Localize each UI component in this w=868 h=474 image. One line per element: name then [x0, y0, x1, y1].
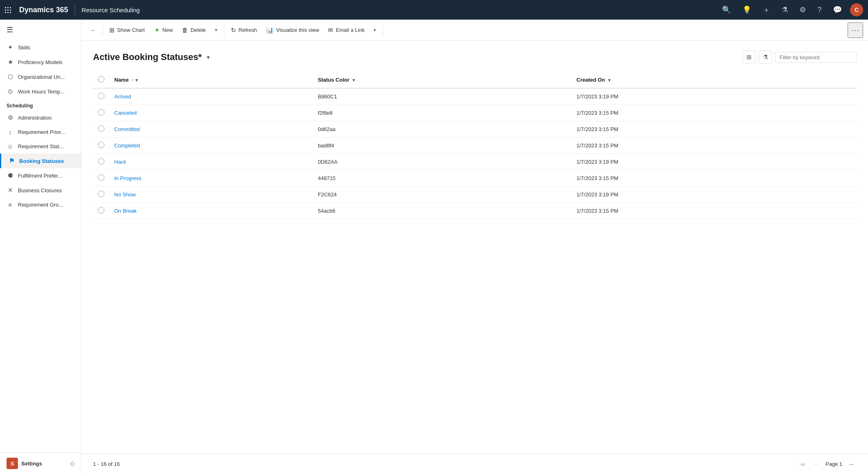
sidebar-item-work-hours[interactable]: ⊙ Work Hours Temp... [0, 84, 81, 99]
hamburger-menu[interactable]: ☰ [0, 20, 81, 40]
sidebar-item-administration[interactable]: ⚙ Administration [0, 110, 81, 125]
row-checkbox[interactable] [98, 191, 104, 197]
sidebar-item-organizational-units[interactable]: ⬡ Organizational Un... [0, 69, 81, 84]
row-status-color-cell: 0D62AA [313, 154, 571, 170]
created-sort-icon: ▾ [608, 78, 611, 82]
next-page-button[interactable]: → [846, 459, 857, 469]
title-dropdown-icon[interactable]: ▾ [207, 54, 210, 60]
sidebar-item-business-closures[interactable]: ✕ Business Closures [0, 183, 81, 198]
sidebar-bottom-settings[interactable]: S Settings ◇ [0, 452, 81, 474]
row-checkbox-cell[interactable] [93, 105, 109, 121]
toolbar: ← ⊞ Show Chart ＋ New 🗑 Delete ▾ ↻ Refres… [82, 20, 868, 41]
row-status-color-cell: B860C1 [313, 88, 571, 105]
row-checkbox-cell[interactable] [93, 187, 109, 203]
toolbar-sep-3 [383, 24, 383, 36]
main-content: ← ⊞ Show Chart ＋ New 🗑 Delete ▾ ↻ Refres… [82, 20, 868, 474]
refresh-button[interactable]: ↻ Refresh [227, 22, 261, 38]
first-page-button[interactable]: ⏮ [797, 459, 808, 469]
row-checkbox-cell[interactable] [93, 203, 109, 219]
nav-divider [75, 4, 75, 16]
row-name-cell: Canceled [109, 105, 313, 121]
row-checkbox-cell[interactable] [93, 154, 109, 170]
settings-label: Settings [21, 461, 67, 467]
header-checkbox[interactable] [98, 76, 104, 82]
row-checkbox[interactable] [98, 109, 104, 116]
fulfillment-icon: ⚈ [7, 172, 14, 179]
sidebar-item-skills[interactable]: ✦ Skills [0, 40, 81, 55]
row-name-link[interactable]: Canceled [114, 110, 137, 116]
help-icon[interactable]: ? [814, 4, 825, 16]
proficiency-icon: ★ [7, 58, 14, 66]
settings-avatar: S [7, 458, 18, 469]
prev-page-button[interactable]: ← [811, 459, 822, 469]
app-grid-icon[interactable] [5, 7, 11, 13]
add-icon[interactable]: ＋ [760, 3, 773, 16]
row-created-on-cell: 1/7/2023 3:15 PM [571, 138, 857, 154]
delete-icon: 🗑 [182, 27, 188, 33]
row-name-cell: On Break [109, 203, 313, 219]
row-name-link[interactable]: On Break [114, 208, 137, 214]
settings-icon[interactable]: ⚙ [796, 4, 809, 16]
row-name-link[interactable]: Hard [114, 159, 126, 165]
lightbulb-icon[interactable]: 💡 [739, 4, 755, 16]
booking-statuses-icon: ⚑ [8, 157, 15, 165]
email-dropdown-button[interactable]: ▾ [370, 22, 380, 38]
email-link-button[interactable]: ✉ Email a Link [324, 22, 369, 38]
table-row: Arrived B860C1 1/7/2023 3:19 PM [93, 88, 857, 105]
sidebar-item-requirement-groups[interactable]: ≡ Requirement Gro... [0, 198, 81, 212]
delete-button[interactable]: 🗑 Delete [178, 22, 210, 38]
brand-name[interactable]: Dynamics 365 [16, 6, 68, 14]
sidebar-item-fulfillment-preferences[interactable]: ⚈ Fulfillment Prefer... [0, 168, 81, 183]
row-created-on-cell: 1/7/2023 3:19 PM [571, 154, 857, 170]
row-checkbox[interactable] [98, 158, 104, 165]
filter-input[interactable] [775, 52, 857, 63]
column-edit-icon[interactable]: ⊞ [742, 51, 755, 64]
name-column-header[interactable]: Name ↑ ▾ [109, 72, 313, 88]
row-created-on-cell: 1/7/2023 3:15 PM [571, 203, 857, 219]
created-on-column-header[interactable]: Created On ▾ [571, 72, 857, 88]
row-name-link[interactable]: Arrived [114, 93, 131, 100]
sidebar-item-proficiency-models[interactable]: ★ Proficiency Models [0, 55, 81, 69]
row-checkbox[interactable] [98, 142, 104, 148]
chart-icon: ⊞ [109, 27, 115, 34]
row-checkbox[interactable] [98, 93, 104, 99]
page-header-actions: ⊞ ⚗ [742, 51, 857, 64]
row-status-color-cell: 54acb6 [313, 203, 571, 219]
delete-dropdown-button[interactable]: ▾ [211, 22, 221, 38]
chat-icon[interactable]: 💬 [830, 4, 845, 16]
back-button[interactable]: ← [86, 22, 100, 38]
row-checkbox[interactable] [98, 207, 104, 214]
row-checkbox-cell[interactable] [93, 138, 109, 154]
row-status-color-cell: 448715 [313, 170, 571, 187]
row-checkbox-cell[interactable] [93, 88, 109, 105]
row-checkbox-cell[interactable] [93, 121, 109, 138]
workhours-icon: ⊙ [7, 88, 14, 95]
new-button[interactable]: ＋ New [150, 22, 177, 38]
more-actions-button[interactable]: ⋯ [848, 22, 863, 38]
row-name-link[interactable]: No Show [114, 191, 136, 198]
page-title: Active Booking Statuses* [93, 52, 202, 62]
filter-icon[interactable]: ⚗ [778, 4, 791, 16]
visualize-button[interactable]: 📊 Visualize this view [262, 22, 323, 38]
table-row: On Break 54acb6 1/7/2023 3:15 PM [93, 203, 857, 219]
name-sort-icon: ↑ ▾ [132, 78, 138, 82]
table-row: In Progress 448715 1/7/2023 3:15 PM [93, 170, 857, 187]
sidebar-item-requirement-priorities[interactable]: ↕ Requirement Prior... [0, 125, 81, 139]
row-name-cell: Completed [109, 138, 313, 154]
sidebar-item-label: Skills [18, 45, 30, 51]
sidebar-item-booking-statuses[interactable]: ⚑ Booking Statuses [0, 154, 81, 168]
show-chart-button[interactable]: ⊞ Show Chart [105, 22, 149, 38]
row-checkbox[interactable] [98, 174, 104, 181]
search-icon[interactable]: 🔍 [719, 4, 734, 16]
status-color-column-header[interactable]: Status Color ▾ [313, 72, 571, 88]
row-checkbox-cell[interactable] [93, 170, 109, 187]
header-checkbox-cell[interactable] [93, 72, 109, 88]
row-name-link[interactable]: In Progress [114, 175, 141, 181]
row-checkbox[interactable] [98, 125, 104, 132]
user-avatar[interactable]: C [850, 3, 863, 16]
row-name-link[interactable]: Committed [114, 126, 140, 132]
sidebar-item-requirement-statuses[interactable]: ☺ Requirement Stat... [0, 139, 81, 154]
row-name-link[interactable]: Completed [114, 142, 140, 149]
filter-view-icon[interactable]: ⚗ [759, 51, 772, 64]
row-name-cell: Committed [109, 121, 313, 138]
